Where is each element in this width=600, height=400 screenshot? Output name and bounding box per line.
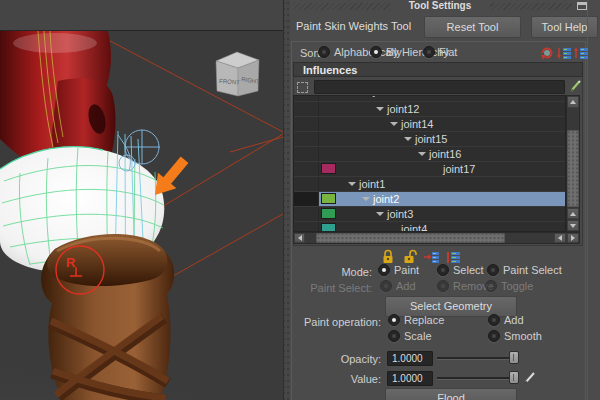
character-boot	[41, 234, 174, 400]
expand-arrow-icon[interactable]	[376, 212, 384, 216]
tree-row-joint1[interactable]: joint1	[294, 177, 565, 192]
show-influence-list-icon[interactable]	[445, 250, 461, 264]
3d-viewport[interactable]: R FRONT RIGHT	[0, 0, 283, 400]
tree-row-joint15[interactable]: joint15	[294, 132, 565, 147]
refresh-icon[interactable]	[540, 46, 556, 60]
svg-text:R: R	[66, 255, 76, 270]
radio-add[interactable]: Add	[488, 314, 524, 326]
influence-color-swatch[interactable]	[321, 223, 336, 232]
opacity-slider-handle[interactable]	[509, 351, 519, 364]
tree-row-content: joint12	[319, 102, 565, 116]
viewport-scene[interactable]: R FRONT RIGHT	[0, 31, 283, 400]
radio-circle-icon	[423, 46, 435, 58]
expand-arrow-icon[interactable]	[390, 122, 398, 126]
expand-arrow-icon[interactable]	[376, 107, 384, 111]
viewcube[interactable]: FRONT RIGHT	[216, 52, 261, 96]
remove-influence-list-icon[interactable]	[423, 250, 439, 264]
filter-pencil-icon[interactable]	[569, 79, 585, 93]
scroll-left-button2[interactable]	[554, 233, 566, 243]
scroll-right-button[interactable]	[567, 233, 579, 243]
tree-row-gutter	[294, 177, 319, 191]
sort-descending-icon[interactable]	[557, 46, 573, 60]
scroll-up-button[interactable]	[567, 96, 579, 108]
radio-circle-icon	[485, 280, 497, 292]
radio-scale[interactable]: Scale	[388, 330, 432, 342]
value-slider-handle[interactable]	[509, 371, 519, 384]
influence-label: joint12	[387, 103, 419, 115]
radio-circle-icon	[488, 330, 500, 342]
dock-window-icon[interactable]	[577, 2, 587, 10]
radio-circle-icon	[488, 314, 500, 326]
radio-label: Toggle	[501, 280, 533, 292]
tree-row-joint3[interactable]: joint3	[294, 207, 565, 222]
value-pencil-icon[interactable]	[523, 370, 539, 384]
expand-arrow-icon[interactable]	[404, 137, 412, 141]
tree-row-joint4[interactable]: joint4	[294, 222, 565, 232]
panel-title: Tool Settings	[395, 0, 485, 11]
radio-label: Add	[504, 314, 524, 326]
lock-closed-icon[interactable]	[381, 249, 397, 263]
radio-label: Smooth	[504, 330, 542, 342]
value-input[interactable]	[387, 371, 433, 386]
radio-smooth[interactable]: Smooth	[488, 330, 542, 342]
scroll-down-button[interactable]	[567, 220, 579, 231]
radio-add: Add	[380, 280, 416, 292]
tree-row-gutter	[294, 117, 319, 131]
influence-label: joint1	[359, 178, 385, 190]
radio-paint[interactable]: Paint	[378, 264, 419, 276]
tree-row-gutter	[294, 96, 319, 101]
tree-row-joint16[interactable]: joint16	[294, 147, 565, 162]
tree-row-content: joint14	[319, 117, 565, 131]
reset-tool-button[interactable]: Reset Tool	[424, 16, 521, 38]
tree-row-joint12[interactable]: joint12	[294, 102, 565, 117]
mode-radio-group: PaintSelectPaint Select	[290, 264, 586, 278]
paint-select-radio-group: AddRemoveToggle	[290, 280, 586, 294]
tree-row-gutter	[294, 147, 319, 161]
influence-color-swatch[interactable]	[321, 193, 336, 204]
expand-arrow-icon[interactable]	[418, 152, 426, 156]
tool-name-label: Paint Skin Weights Tool	[296, 20, 411, 32]
radio-paint-select[interactable]: Paint Select	[487, 264, 562, 276]
horizontal-scroll-thumb[interactable]	[316, 233, 505, 243]
tree-row-joint2[interactable]: joint2	[294, 192, 565, 207]
scene-svg: R FRONT RIGHT	[0, 31, 283, 400]
tree-row-content: joint4	[319, 222, 565, 232]
tree-row-joint17[interactable]: joint17	[294, 162, 565, 177]
influence-color-swatch[interactable]	[321, 208, 336, 219]
radio-circle-icon	[378, 264, 390, 276]
scroll-up-button2[interactable]	[567, 208, 579, 219]
viewport-menubar	[0, 0, 283, 31]
radio-select[interactable]: Select	[437, 264, 484, 276]
opacity-slider-groove	[437, 357, 519, 360]
influence-color-swatch[interactable]	[321, 163, 336, 174]
panel-titlebar[interactable]: Tool Settings	[290, 0, 600, 13]
tool-settings-panel: Tool Settings Paint Skin Weights Tool Re…	[290, 0, 600, 400]
opacity-input[interactable]	[387, 351, 433, 366]
tree-row-content: joint16	[319, 147, 565, 161]
influence-filter-input[interactable]	[314, 80, 565, 94]
influences-header[interactable]: Influences	[293, 62, 583, 77]
radio-circle-icon	[487, 264, 499, 276]
opacity-label: Opacity:	[290, 353, 381, 365]
sort-ascending-icon[interactable]	[574, 46, 590, 60]
drag-handle-right[interactable]	[490, 3, 572, 10]
radio-circle-icon	[437, 280, 449, 292]
value-slider[interactable]	[437, 371, 519, 385]
influence-label: joint14	[401, 118, 433, 130]
scroll-left-button[interactable]	[294, 233, 305, 243]
opacity-slider[interactable]	[437, 351, 519, 365]
expand-arrow-icon[interactable]	[348, 182, 356, 186]
drag-handle-left[interactable]	[294, 3, 390, 10]
radio-circle-icon	[318, 46, 330, 58]
lock-open-icon[interactable]	[402, 249, 418, 263]
tree-row-joint14[interactable]: joint14	[294, 117, 565, 132]
expand-arrow-icon[interactable]	[362, 197, 370, 201]
vertical-scroll-thumb[interactable]	[567, 130, 579, 207]
flood-button[interactable]: Flood	[385, 388, 517, 400]
panel-splitter[interactable]	[283, 0, 290, 400]
marquee-select-icon[interactable]	[297, 82, 308, 93]
radio-replace[interactable]: Replace	[388, 314, 444, 326]
radio-flat[interactable]: Flat	[423, 46, 457, 58]
tree-row-gutter	[294, 162, 319, 176]
radio-label: Select	[453, 264, 484, 276]
